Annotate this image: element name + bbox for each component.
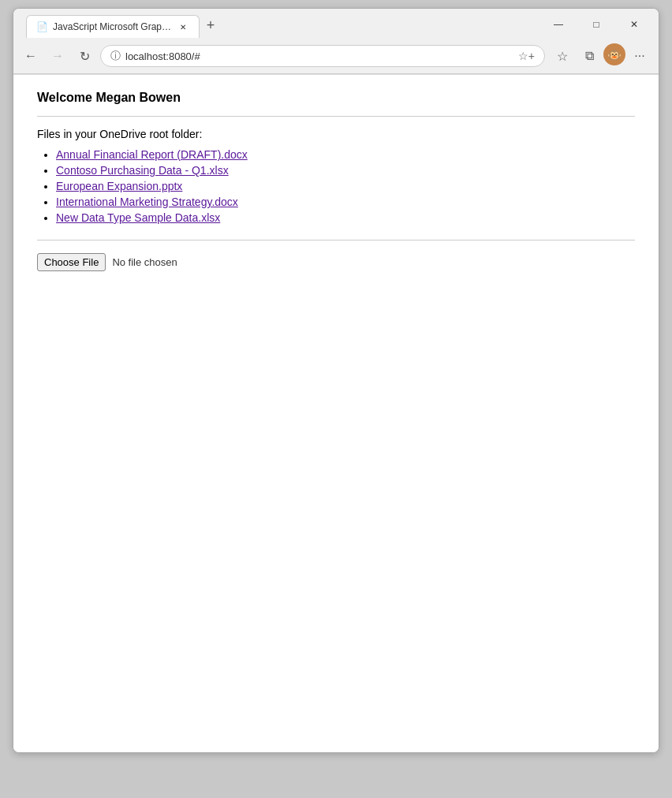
file-link-1[interactable]: Annual Financial Report (DRAFT).docx (56, 148, 248, 161)
toolbar-icons: ☆ ⧉ 🐵 ··· (550, 43, 652, 69)
window-controls: — □ ✕ (540, 13, 652, 39)
file-link-2[interactable]: Contoso Purchasing Data - Q1.xlsx (56, 164, 229, 177)
url-bar[interactable]: ⓘ localhost:8080/# ☆+ (100, 45, 545, 67)
collections-icon[interactable]: ⧉ (577, 43, 602, 69)
maximize-button[interactable]: □ (578, 13, 614, 35)
list-item: New Data Type Sample Data.xlsx (56, 211, 635, 224)
refresh-button[interactable]: ↻ (73, 45, 95, 67)
forward-icon: → (51, 49, 64, 63)
tab-title: JavaScript Microsoft Graph SPA (53, 21, 172, 32)
file-link-4[interactable]: International Marketing Strategy.docx (56, 196, 238, 208)
url-text: localhost:8080/# (125, 50, 513, 62)
list-item: European Expansion.pptx (56, 180, 635, 192)
choose-file-button[interactable]: Choose File (37, 253, 106, 271)
info-icon: ⓘ (110, 49, 121, 63)
active-tab[interactable]: 📄 JavaScript Microsoft Graph SPA ✕ (26, 15, 200, 38)
files-label: Files in your OneDrive root folder: (37, 128, 635, 140)
divider-1 (37, 116, 635, 117)
user-avatar[interactable]: 🐵 (603, 43, 625, 65)
more-options-button[interactable]: ··· (627, 43, 652, 69)
file-input-row: Choose File No file chosen (37, 253, 635, 271)
back-button[interactable]: ← (20, 45, 42, 67)
no-file-label: No file chosen (112, 256, 177, 268)
tab-page-icon: 📄 (36, 21, 48, 32)
forward-button[interactable]: → (47, 45, 69, 67)
tab-bar: 📄 JavaScript Microsoft Graph SPA ✕ + (20, 14, 228, 38)
page-content: Welcome Megan Bowen Files in your OneDri… (13, 74, 659, 752)
browser-window: 📄 JavaScript Microsoft Graph SPA ✕ + — □… (13, 8, 659, 753)
welcome-heading: Welcome Megan Bowen (37, 91, 635, 105)
favorites-icon[interactable]: ☆ (550, 43, 575, 69)
close-button[interactable]: ✕ (616, 13, 652, 35)
refresh-icon: ↻ (80, 49, 90, 64)
back-icon: ← (24, 49, 37, 63)
address-bar: ← → ↻ ⓘ localhost:8080/# ☆+ ☆ ⧉ 🐵 ··· (13, 39, 659, 74)
minimize-button[interactable]: — (540, 13, 577, 35)
list-item: International Marketing Strategy.docx (56, 196, 635, 208)
title-bar: 📄 JavaScript Microsoft Graph SPA ✕ + — □… (13, 9, 659, 39)
file-link-5[interactable]: New Data Type Sample Data.xlsx (56, 211, 220, 224)
file-link-3[interactable]: European Expansion.pptx (56, 180, 182, 192)
list-item: Annual Financial Report (DRAFT).docx (56, 148, 635, 161)
list-item: Contoso Purchasing Data - Q1.xlsx (56, 164, 635, 177)
add-bookmark-icon[interactable]: ☆+ (518, 50, 535, 62)
divider-2 (37, 240, 635, 241)
files-list: Annual Financial Report (DRAFT).docx Con… (37, 148, 635, 224)
tab-close-button[interactable]: ✕ (177, 21, 189, 33)
new-tab-button[interactable]: + (200, 14, 222, 36)
